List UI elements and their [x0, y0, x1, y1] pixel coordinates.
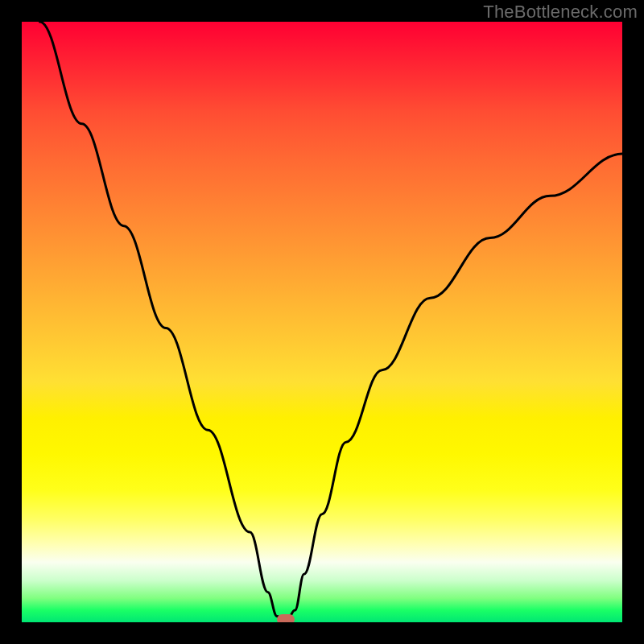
optimum-marker: [277, 614, 295, 622]
plot-area: [22, 22, 622, 622]
chart-frame: TheBottleneck.com: [0, 0, 644, 644]
bottleneck-curve: [22, 22, 622, 622]
watermark-text: TheBottleneck.com: [483, 2, 638, 23]
